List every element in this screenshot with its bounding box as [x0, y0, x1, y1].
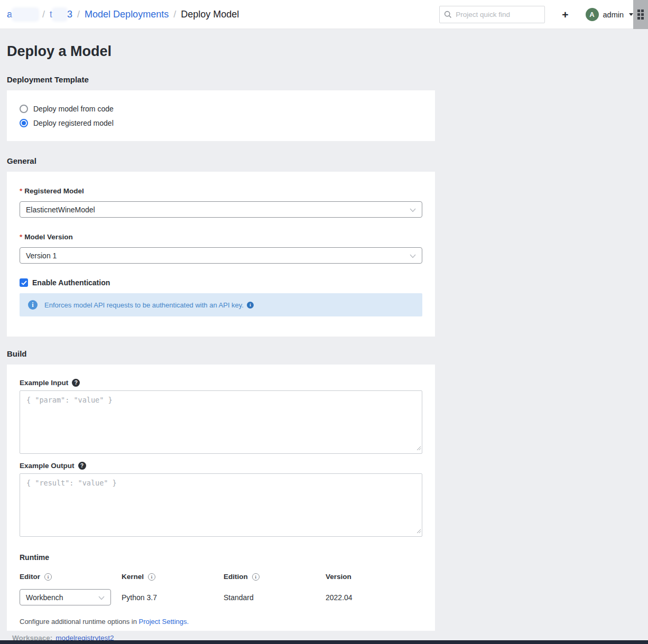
example-input-label: Example Input	[20, 379, 68, 387]
registered-model-label: *Registered Model	[20, 187, 422, 195]
registered-model-select[interactable]: ElasticnetWineModel	[20, 201, 422, 218]
radio-label: Deploy model from code	[33, 105, 114, 113]
resize-grip-icon[interactable]	[416, 443, 421, 453]
registered-model-value: ElasticnetWineModel	[26, 206, 95, 214]
runtime-heading: Runtime	[20, 553, 422, 562]
required-asterisk: *	[20, 187, 22, 195]
editor-select[interactable]: Workbench	[20, 589, 111, 605]
version-value: 2022.04	[326, 593, 422, 602]
breadcrumb-project-link[interactable]: a	[7, 9, 38, 20]
kernel-column-label: Kernel i	[122, 573, 224, 581]
help-icon[interactable]: ?	[72, 379, 80, 387]
radio-button-selected-icon	[20, 119, 28, 127]
top-navbar: a / t 3 / Model Deployments / Deploy Mod…	[0, 0, 648, 29]
breadcrumb-workspace-suffix: 3	[67, 9, 72, 20]
help-icon[interactable]: ?	[78, 462, 86, 470]
model-version-label: *Model Version	[20, 233, 422, 241]
add-new-button[interactable]: +	[562, 9, 568, 20]
breadcrumb-project-prefix: a	[7, 9, 12, 20]
avatar: A	[586, 8, 599, 21]
redacted-text-block	[53, 9, 66, 20]
example-output-textarea[interactable]	[20, 473, 422, 537]
grid-icon	[637, 10, 644, 20]
user-name: admin	[603, 11, 624, 19]
resize-grip-icon[interactable]	[416, 526, 421, 536]
redacted-text-block	[13, 9, 38, 20]
enable-authentication-checkbox-row[interactable]: Enable Authentication	[20, 278, 422, 287]
radio-label: Deploy registered model	[33, 119, 114, 127]
checkbox-checked-icon	[20, 278, 28, 287]
required-asterisk: *	[20, 233, 22, 241]
info-icon: i	[28, 300, 38, 310]
info-icon[interactable]: i	[148, 573, 155, 581]
breadcrumb-model-deployments-link[interactable]: Model Deployments	[85, 9, 169, 20]
info-icon[interactable]: i	[252, 573, 260, 581]
radio-button-icon	[20, 105, 28, 113]
chevron-down-icon	[98, 593, 105, 602]
version-column-label: Version	[326, 573, 422, 581]
radio-deploy-model-from-code[interactable]: Deploy model from code	[20, 105, 422, 113]
edition-column-label: Edition i	[224, 573, 326, 581]
model-version-value: Version 1	[26, 251, 57, 260]
page-title: Deploy a Model	[7, 29, 648, 60]
caret-down-icon	[629, 13, 633, 16]
section-heading-deployment-template: Deployment Template	[7, 75, 648, 84]
radio-deploy-registered-model[interactable]: Deploy registered model	[20, 119, 422, 127]
model-version-select[interactable]: Version 1	[20, 247, 422, 264]
project-settings-link[interactable]: Project Settings.	[138, 618, 189, 626]
info-tooltip-icon[interactable]: i	[247, 302, 254, 309]
chevron-down-icon	[410, 205, 416, 214]
section-heading-build: Build	[7, 349, 648, 358]
edition-value: Standard	[224, 593, 326, 602]
editor-column-label: Editor i	[20, 573, 122, 581]
kernel-value: Python 3.7	[122, 593, 224, 602]
info-icon[interactable]: i	[44, 573, 52, 581]
authentication-info-alert: i Enforces model API requests to be auth…	[20, 293, 422, 316]
breadcrumb: a / t 3 / Model Deployments / Deploy Mod…	[7, 9, 239, 20]
search-input[interactable]	[456, 11, 540, 18]
editor-value: Workbench	[26, 593, 63, 602]
breadcrumb-current-page: Deploy Model	[181, 9, 239, 20]
example-input-textarea[interactable]	[20, 390, 422, 454]
breadcrumb-separator: /	[77, 9, 80, 20]
search-icon	[444, 11, 452, 18]
breadcrumb-separator: /	[42, 9, 45, 20]
configure-runtime-note: Configure additional runtime options in …	[20, 618, 422, 626]
breadcrumb-separator: /	[173, 9, 176, 20]
build-panel: Example Input ? Example Output ? Runtime…	[7, 365, 435, 631]
bottom-bar	[0, 640, 648, 644]
breadcrumb-workspace-link[interactable]: t 3	[50, 9, 72, 20]
user-menu[interactable]: A admin	[586, 8, 634, 21]
general-panel: *Registered Model ElasticnetWineModel *M…	[7, 172, 435, 337]
chevron-down-icon	[410, 251, 416, 260]
project-quick-find-search[interactable]	[439, 6, 545, 23]
breadcrumb-workspace-prefix: t	[50, 9, 52, 20]
alert-text: Enforces model API requests to be authen…	[44, 301, 254, 309]
example-output-label: Example Output	[20, 462, 75, 470]
deployment-template-panel: Deploy model from code Deploy registered…	[7, 90, 435, 141]
app-switcher-button[interactable]	[633, 0, 648, 29]
enable-authentication-label: Enable Authentication	[32, 278, 110, 287]
section-heading-general: General	[7, 156, 648, 165]
